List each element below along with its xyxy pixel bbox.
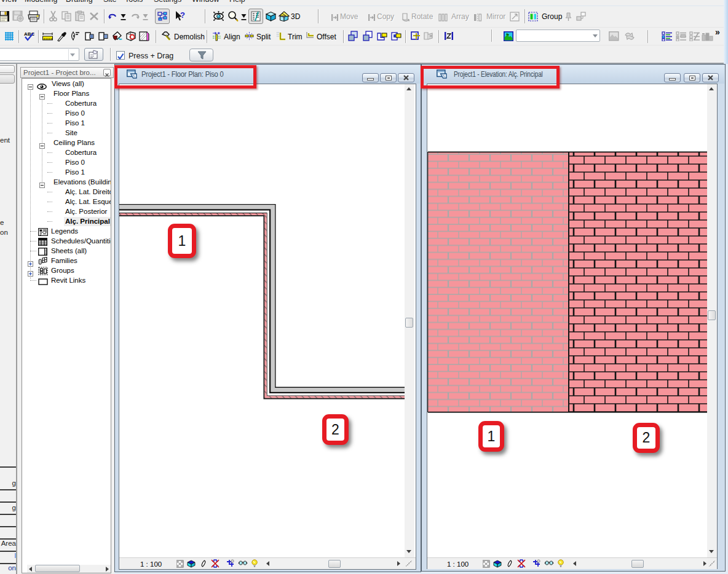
svg-text:?: ? [180,10,185,20]
